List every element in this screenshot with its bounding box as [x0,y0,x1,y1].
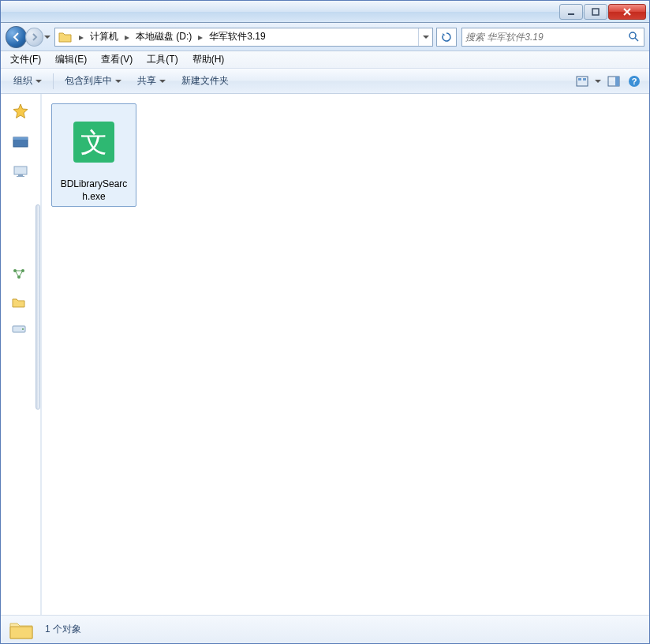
svg-point-2 [629,32,636,39]
computer-icon[interactable] [13,165,28,178]
menu-bar: 文件(F) 编辑(E) 查看(V) 工具(T) 帮助(H) [1,51,649,69]
search-icon[interactable] [628,31,641,43]
breadcrumb-computer[interactable]: 计算机 [87,28,121,46]
menu-file[interactable]: 文件(F) [4,51,47,68]
help-button[interactable]: ? [626,73,643,90]
breadcrumb-folder[interactable]: 华军软件3.19 [206,28,268,46]
sidebar-scrollbar[interactable] [35,204,40,410]
svg-text:?: ? [632,77,637,86]
back-button[interactable] [6,26,27,48]
status-folder-icon [9,619,34,641]
forward-button[interactable] [25,28,43,47]
include-in-library-button[interactable]: 包含到库中 [58,71,128,91]
status-text: 1 个对象 [45,623,81,636]
status-bar: 1 个对象 [1,615,649,643]
history-dropdown[interactable] [43,26,51,48]
svg-rect-0 [568,13,574,15]
file-name-label: BDLibrarySearch.exe [55,178,133,203]
svg-rect-1 [592,9,599,15]
address-dropdown[interactable] [418,28,432,46]
breadcrumb-drive[interactable]: 本地磁盘 (D:) [133,28,195,46]
chevron-down-icon [115,80,121,83]
svg-rect-3 [577,77,588,86]
preview-pane-button[interactable] [605,73,622,90]
maximize-button[interactable] [584,4,607,20]
svg-rect-11 [13,137,28,140]
organize-button[interactable]: 组织 [7,71,48,91]
menu-tools[interactable]: 工具(T) [140,51,184,68]
command-bar: 组织 包含到库中 共享 新建文件夹 ? [1,69,649,94]
svg-rect-14 [17,176,24,177]
explorer-window: ▸ 计算机 ▸ 本地磁盘 (D:) ▸ 华军软件3.19 文件(F) 编辑(E)… [0,0,650,644]
breadcrumb-sep-icon[interactable]: ▸ [121,28,133,46]
svg-rect-12 [14,167,27,174]
breadcrumb-sep-icon[interactable]: ▸ [76,28,87,46]
view-options-dropdown[interactable] [594,80,602,83]
svg-rect-7 [615,77,619,86]
favorites-icon[interactable] [13,103,28,119]
navigation-bar: ▸ 计算机 ▸ 本地磁盘 (D:) ▸ 华军软件3.19 [1,23,649,51]
search-input[interactable] [465,32,628,43]
menu-edit[interactable]: 编辑(E) [49,51,93,68]
file-icon-glyph: 文 [80,128,107,157]
refresh-button[interactable] [436,28,457,47]
body-area: 文 BDLibrarySearch.exe [1,94,649,615]
organize-label: 组织 [13,74,32,88]
svg-rect-5 [583,78,586,80]
minimize-button[interactable] [559,4,583,20]
titlebar [1,1,649,23]
include-label: 包含到库中 [65,74,112,88]
share-button[interactable]: 共享 [131,71,172,91]
folder-icon [58,31,73,43]
menu-view[interactable]: 查看(V) [95,51,139,68]
navigation-pane [1,94,40,615]
separator [53,73,54,89]
folder-tree-icon[interactable] [12,297,26,310]
svg-rect-4 [578,78,581,80]
view-options-button[interactable] [573,73,591,90]
breadcrumb-sep-icon[interactable]: ▸ [195,28,206,46]
chevron-down-icon [159,80,166,83]
network-icon[interactable] [12,268,26,283]
file-thumbnail: 文 [56,110,132,174]
file-item[interactable]: 文 BDLibrarySearch.exe [51,103,136,207]
file-list-pane[interactable]: 文 BDLibrarySearch.exe [42,94,649,615]
new-folder-label: 新建文件夹 [181,74,229,88]
nav-history-buttons [6,25,51,49]
menu-help[interactable]: 帮助(H) [186,51,231,68]
drive-tree-icon[interactable] [12,324,26,335]
share-label: 共享 [137,74,156,88]
svg-rect-13 [18,174,23,176]
chevron-down-icon [35,80,42,83]
svg-point-19 [22,328,24,330]
libraries-icon[interactable] [13,135,28,149]
address-bar[interactable]: ▸ 计算机 ▸ 本地磁盘 (D:) ▸ 华军软件3.19 [54,28,433,47]
new-folder-button[interactable]: 新建文件夹 [175,71,235,91]
search-box[interactable] [461,28,644,47]
close-button[interactable] [608,4,646,20]
